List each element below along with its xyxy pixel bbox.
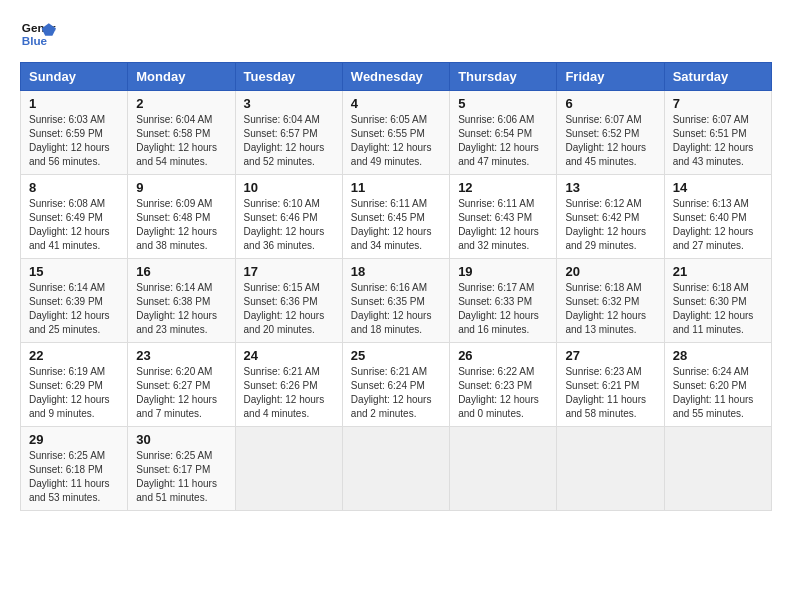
calendar-cell [342,427,449,511]
day-info: Sunrise: 6:07 AM Sunset: 6:52 PM Dayligh… [565,113,655,169]
day-info: Sunrise: 6:20 AM Sunset: 6:27 PM Dayligh… [136,365,226,421]
day-number: 8 [29,180,119,195]
calendar-cell: 21Sunrise: 6:18 AM Sunset: 6:30 PM Dayli… [664,259,771,343]
day-number: 6 [565,96,655,111]
week-row-1: 1Sunrise: 6:03 AM Sunset: 6:59 PM Daylig… [21,91,772,175]
week-row-4: 22Sunrise: 6:19 AM Sunset: 6:29 PM Dayli… [21,343,772,427]
calendar-cell: 10Sunrise: 6:10 AM Sunset: 6:46 PM Dayli… [235,175,342,259]
calendar-cell: 17Sunrise: 6:15 AM Sunset: 6:36 PM Dayli… [235,259,342,343]
calendar-cell: 16Sunrise: 6:14 AM Sunset: 6:38 PM Dayli… [128,259,235,343]
day-info: Sunrise: 6:04 AM Sunset: 6:58 PM Dayligh… [136,113,226,169]
calendar-header: SundayMondayTuesdayWednesdayThursdayFrid… [21,63,772,91]
day-info: Sunrise: 6:03 AM Sunset: 6:59 PM Dayligh… [29,113,119,169]
calendar-cell: 18Sunrise: 6:16 AM Sunset: 6:35 PM Dayli… [342,259,449,343]
day-number: 20 [565,264,655,279]
day-number: 30 [136,432,226,447]
day-number: 27 [565,348,655,363]
day-info: Sunrise: 6:04 AM Sunset: 6:57 PM Dayligh… [244,113,334,169]
day-info: Sunrise: 6:21 AM Sunset: 6:26 PM Dayligh… [244,365,334,421]
header-cell-tuesday: Tuesday [235,63,342,91]
day-info: Sunrise: 6:22 AM Sunset: 6:23 PM Dayligh… [458,365,548,421]
day-info: Sunrise: 6:19 AM Sunset: 6:29 PM Dayligh… [29,365,119,421]
day-info: Sunrise: 6:25 AM Sunset: 6:17 PM Dayligh… [136,449,226,505]
week-row-2: 8Sunrise: 6:08 AM Sunset: 6:49 PM Daylig… [21,175,772,259]
header: General Blue [20,16,772,52]
calendar-cell: 12Sunrise: 6:11 AM Sunset: 6:43 PM Dayli… [450,175,557,259]
calendar-cell: 23Sunrise: 6:20 AM Sunset: 6:27 PM Dayli… [128,343,235,427]
day-info: Sunrise: 6:14 AM Sunset: 6:39 PM Dayligh… [29,281,119,337]
header-cell-wednesday: Wednesday [342,63,449,91]
day-number: 9 [136,180,226,195]
day-info: Sunrise: 6:18 AM Sunset: 6:30 PM Dayligh… [673,281,763,337]
calendar-cell: 6Sunrise: 6:07 AM Sunset: 6:52 PM Daylig… [557,91,664,175]
calendar-cell: 20Sunrise: 6:18 AM Sunset: 6:32 PM Dayli… [557,259,664,343]
day-number: 3 [244,96,334,111]
calendar-cell: 7Sunrise: 6:07 AM Sunset: 6:51 PM Daylig… [664,91,771,175]
day-info: Sunrise: 6:11 AM Sunset: 6:45 PM Dayligh… [351,197,441,253]
day-number: 23 [136,348,226,363]
day-info: Sunrise: 6:16 AM Sunset: 6:35 PM Dayligh… [351,281,441,337]
day-info: Sunrise: 6:21 AM Sunset: 6:24 PM Dayligh… [351,365,441,421]
calendar-cell: 8Sunrise: 6:08 AM Sunset: 6:49 PM Daylig… [21,175,128,259]
calendar-cell: 27Sunrise: 6:23 AM Sunset: 6:21 PM Dayli… [557,343,664,427]
calendar-cell: 19Sunrise: 6:17 AM Sunset: 6:33 PM Dayli… [450,259,557,343]
day-info: Sunrise: 6:23 AM Sunset: 6:21 PM Dayligh… [565,365,655,421]
day-number: 26 [458,348,548,363]
day-info: Sunrise: 6:11 AM Sunset: 6:43 PM Dayligh… [458,197,548,253]
header-cell-thursday: Thursday [450,63,557,91]
day-info: Sunrise: 6:10 AM Sunset: 6:46 PM Dayligh… [244,197,334,253]
calendar-cell: 26Sunrise: 6:22 AM Sunset: 6:23 PM Dayli… [450,343,557,427]
day-number: 22 [29,348,119,363]
day-info: Sunrise: 6:06 AM Sunset: 6:54 PM Dayligh… [458,113,548,169]
day-info: Sunrise: 6:07 AM Sunset: 6:51 PM Dayligh… [673,113,763,169]
day-info: Sunrise: 6:25 AM Sunset: 6:18 PM Dayligh… [29,449,119,505]
day-info: Sunrise: 6:13 AM Sunset: 6:40 PM Dayligh… [673,197,763,253]
calendar-table: SundayMondayTuesdayWednesdayThursdayFrid… [20,62,772,511]
day-number: 10 [244,180,334,195]
header-row: SundayMondayTuesdayWednesdayThursdayFrid… [21,63,772,91]
calendar-cell: 15Sunrise: 6:14 AM Sunset: 6:39 PM Dayli… [21,259,128,343]
day-info: Sunrise: 6:24 AM Sunset: 6:20 PM Dayligh… [673,365,763,421]
calendar-cell [450,427,557,511]
calendar-cell: 22Sunrise: 6:19 AM Sunset: 6:29 PM Dayli… [21,343,128,427]
day-number: 21 [673,264,763,279]
day-number: 24 [244,348,334,363]
day-number: 7 [673,96,763,111]
day-number: 2 [136,96,226,111]
day-number: 19 [458,264,548,279]
day-number: 4 [351,96,441,111]
calendar-cell: 9Sunrise: 6:09 AM Sunset: 6:48 PM Daylig… [128,175,235,259]
day-number: 11 [351,180,441,195]
calendar-body: 1Sunrise: 6:03 AM Sunset: 6:59 PM Daylig… [21,91,772,511]
calendar-cell [235,427,342,511]
logo: General Blue [20,16,60,52]
day-number: 14 [673,180,763,195]
calendar-cell: 25Sunrise: 6:21 AM Sunset: 6:24 PM Dayli… [342,343,449,427]
day-info: Sunrise: 6:18 AM Sunset: 6:32 PM Dayligh… [565,281,655,337]
header-cell-monday: Monday [128,63,235,91]
day-number: 25 [351,348,441,363]
calendar-cell: 11Sunrise: 6:11 AM Sunset: 6:45 PM Dayli… [342,175,449,259]
calendar-cell: 14Sunrise: 6:13 AM Sunset: 6:40 PM Dayli… [664,175,771,259]
day-info: Sunrise: 6:05 AM Sunset: 6:55 PM Dayligh… [351,113,441,169]
calendar-cell: 29Sunrise: 6:25 AM Sunset: 6:18 PM Dayli… [21,427,128,511]
calendar-cell: 2Sunrise: 6:04 AM Sunset: 6:58 PM Daylig… [128,91,235,175]
svg-text:Blue: Blue [22,34,48,47]
day-info: Sunrise: 6:17 AM Sunset: 6:33 PM Dayligh… [458,281,548,337]
calendar-cell: 1Sunrise: 6:03 AM Sunset: 6:59 PM Daylig… [21,91,128,175]
header-cell-saturday: Saturday [664,63,771,91]
calendar-cell [557,427,664,511]
day-info: Sunrise: 6:12 AM Sunset: 6:42 PM Dayligh… [565,197,655,253]
calendar-cell: 28Sunrise: 6:24 AM Sunset: 6:20 PM Dayli… [664,343,771,427]
day-info: Sunrise: 6:15 AM Sunset: 6:36 PM Dayligh… [244,281,334,337]
day-number: 12 [458,180,548,195]
header-cell-sunday: Sunday [21,63,128,91]
day-number: 29 [29,432,119,447]
calendar-cell: 30Sunrise: 6:25 AM Sunset: 6:17 PM Dayli… [128,427,235,511]
day-info: Sunrise: 6:08 AM Sunset: 6:49 PM Dayligh… [29,197,119,253]
calendar-cell: 13Sunrise: 6:12 AM Sunset: 6:42 PM Dayli… [557,175,664,259]
week-row-5: 29Sunrise: 6:25 AM Sunset: 6:18 PM Dayli… [21,427,772,511]
day-number: 1 [29,96,119,111]
header-cell-friday: Friday [557,63,664,91]
calendar-cell: 3Sunrise: 6:04 AM Sunset: 6:57 PM Daylig… [235,91,342,175]
